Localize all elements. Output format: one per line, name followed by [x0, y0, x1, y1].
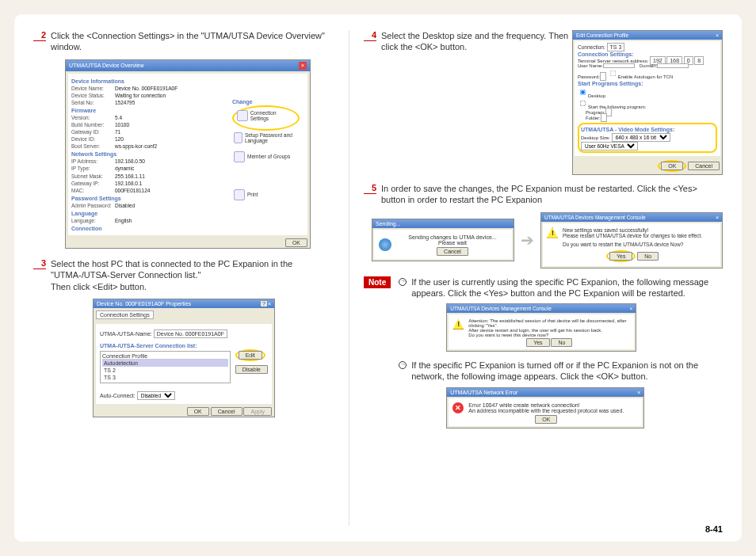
list-item[interactable]: TS 2 [102, 367, 228, 374]
frequency-select[interactable]: User 60Hz VESA [581, 142, 638, 150]
step-text: In order to save the changes, the PC Exp… [381, 183, 723, 206]
globe-icon [379, 238, 391, 251]
disable-button[interactable]: Disable [235, 365, 268, 374]
dialog-title-text: Edit Connection Profile [576, 32, 628, 38]
connection-icon [237, 110, 248, 121]
properties-dialog: Device No. 000FE0191A0F Properties ?× Co… [93, 299, 275, 417]
ip-octet[interactable]: 8 [694, 56, 704, 65]
bullet-icon [399, 278, 407, 286]
right-column: 4 Select the Desktop size and the freque… [349, 30, 723, 526]
section-language: Language [71, 211, 222, 216]
note-section: Note If the user is currently using the … [364, 276, 723, 428]
change-panel: Change Connection Settings Setup Passwor… [232, 97, 300, 207]
network-error-dialog: UTMA/UTSA Network Error× ✕ Error 10047 w… [446, 387, 644, 428]
section-connection: Connection [71, 226, 222, 231]
close-icon[interactable]: × [629, 306, 632, 311]
dialog-titlebar: UTMA/UTSA Devices Management Console× [447, 304, 636, 313]
dialog-titlebar: UTMA/UTSA Devices Management Console× [541, 213, 722, 222]
list-header: Connection Profile [102, 353, 228, 360]
dialog-title-text: UTMA/UTSA Device Overview [69, 63, 144, 68]
device-name-input[interactable]: Device No. 000FE0191A0F [154, 329, 227, 338]
error-icon: ✕ [452, 402, 464, 413]
connection-name[interactable]: TS 3 [607, 43, 625, 51]
restart-prompt-dialog: UTMA/UTSA Devices Management Console× Ne… [540, 212, 723, 268]
highlight-yes: Yes [606, 250, 636, 262]
cancel-button[interactable]: Cancel [211, 407, 242, 416]
step-text: Select the host PC that is connected to … [51, 258, 334, 292]
edit-connection-profile-dialog: Edit Connection Profile × Connection: TS… [572, 30, 723, 175]
left-column: 2 Click the <Connection Settings> in the… [33, 30, 349, 526]
dialog-titlebar: Device No. 000FE0191A0F Properties ?× [94, 299, 274, 308]
step-number: 4 [364, 30, 376, 41]
printer-icon [234, 189, 245, 200]
connection-settings-button[interactable]: Connection Settings [235, 109, 296, 123]
cancel-button[interactable]: Cancel [688, 162, 720, 170]
page-number: 8-41 [705, 524, 723, 534]
desktop-size-select[interactable]: 640 x 480 x 16 bit [612, 133, 670, 142]
desktop-radio[interactable] [580, 89, 586, 96]
tab-connection-settings[interactable]: Connection Settings [96, 310, 154, 319]
no-button[interactable]: No [551, 338, 572, 347]
yes-button[interactable]: Yes [526, 338, 549, 347]
no-button[interactable]: No [637, 252, 659, 261]
yes-button[interactable]: Yes [609, 252, 632, 261]
dialog-title-text: Device No. 000FE0191A0F Properties [97, 301, 191, 307]
start-program-radio[interactable] [580, 101, 586, 107]
auto-connect-select[interactable]: Disabled [137, 391, 175, 400]
autologon-checkbox[interactable] [609, 70, 616, 77]
step-number: 5 [364, 183, 376, 194]
name-label: UTMA-/UTSA-Name: [100, 331, 152, 337]
setup-password-button[interactable]: Setup Password and Language [232, 131, 300, 145]
tools-icon [234, 132, 242, 143]
close-icon[interactable]: × [299, 62, 307, 70]
list-item[interactable]: TS 3 [102, 374, 228, 381]
manual-page: 2 Click the <Connection Settings> in the… [14, 14, 742, 542]
password-input[interactable] [600, 72, 606, 81]
dialog-titlebar: Edit Connection Profile × [573, 31, 722, 40]
apply-button[interactable]: Apply [243, 407, 272, 416]
bullet-icon [399, 361, 407, 369]
step-number: 2 [33, 30, 46, 41]
step-text: Click the <Connection Settings> in the "… [51, 30, 334, 53]
cancel-button[interactable]: Cancel [437, 247, 468, 256]
warning-icon [452, 318, 464, 329]
close-icon[interactable]: × [637, 390, 640, 395]
folder-input[interactable] [601, 113, 607, 122]
close-icon[interactable]: × [268, 301, 271, 307]
ok-button[interactable]: OK [187, 407, 209, 416]
step-number: 3 [33, 258, 46, 269]
dialog-titlebar: UTMA/UTSA Device Overview × [66, 60, 310, 71]
section-password: Password Settings [71, 196, 222, 201]
auto-connect-label: Auto-Connect: [100, 393, 136, 398]
highlight-edit: Edit [235, 349, 265, 361]
ok-button[interactable]: OK [285, 238, 307, 247]
note-bullet: If the user is currently using the speci… [399, 276, 723, 299]
close-icon[interactable]: × [716, 32, 719, 38]
warning-icon [547, 227, 558, 238]
highlight-ok: OK [658, 160, 686, 172]
highlight-connection-settings: Connection Settings [232, 105, 300, 131]
ok-button[interactable]: OK [535, 415, 557, 424]
connection-profile-list[interactable]: Connection Profile Autodetection TS 2 TS… [100, 351, 231, 383]
ok-button[interactable]: OK [661, 162, 683, 170]
step-2: 2 Click the <Connection Settings> in the… [33, 30, 334, 53]
sending-dialog: Sending... Sending changes to UTMA devic… [372, 219, 514, 261]
print-button[interactable]: Print [232, 188, 300, 202]
arrow-icon: ➔ [521, 230, 534, 249]
help-icon[interactable]: ? [261, 301, 267, 307]
sending-and-restart-row: Sending... Sending changes to UTMA devic… [372, 212, 723, 268]
section-firmware: Firmware [71, 108, 222, 113]
change-header: Change [232, 99, 300, 105]
note-bullet: If the specific PC Expanion is turned of… [399, 360, 723, 383]
step-4: 4 Select the Desktop size and the freque… [364, 30, 572, 53]
attention-dialog: UTMA/UTSA Devices Management Console× At… [446, 303, 636, 352]
group-icon [234, 151, 245, 162]
edit-button[interactable]: Edit [239, 351, 262, 360]
member-groups-button[interactable]: Member of Groups [232, 150, 300, 164]
note-badge: Note [364, 276, 391, 288]
dialog-titlebar: UTMA/UTSA Network Error× [447, 388, 643, 397]
close-icon[interactable]: × [716, 215, 719, 220]
list-item[interactable]: Autodetection [102, 360, 228, 367]
section-device-info: Device Informations [71, 78, 222, 84]
step-5: 5 In order to save the changes, the PC E… [364, 183, 723, 206]
